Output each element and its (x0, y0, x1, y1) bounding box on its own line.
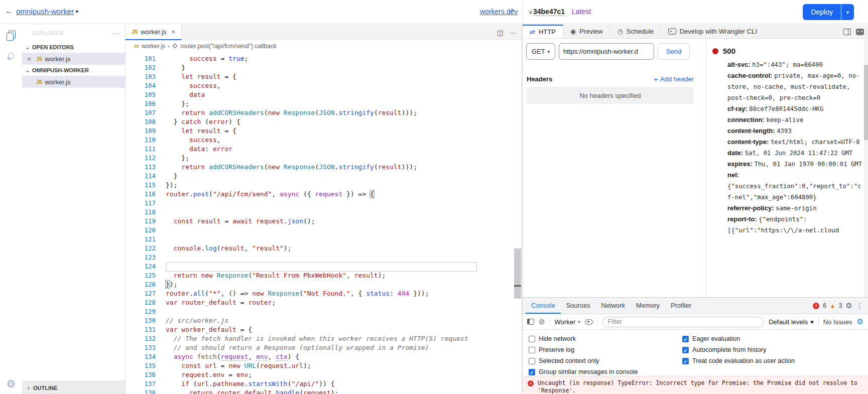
code-line[interactable]: 105 data (126, 90, 522, 99)
add-header-button[interactable]: + Add header (654, 75, 694, 83)
send-button[interactable]: Send (658, 43, 690, 60)
code-line[interactable]: 107 return addCORSHeaders(new Response(J… (126, 108, 522, 117)
deploy-button[interactable]: Deploy ▾ (803, 4, 854, 20)
console-sidebar-icon[interactable] (527, 319, 534, 325)
tab-http[interactable]: ⇄HTTP (523, 25, 563, 38)
breadcrumb-symbol[interactable]: router.post("/api/fcm/send") callback (180, 43, 276, 50)
code-line[interactable]: 133 // and should return a Response (opt… (126, 343, 522, 352)
warning-badge-icon[interactable]: ▲ (830, 303, 835, 309)
tree-item-workerjs[interactable]: JS worker.js (22, 76, 125, 88)
code-line[interactable]: 135 const url = new URL(request.url); (126, 361, 522, 370)
log-levels-dropdown[interactable]: Default levels ▾ (769, 318, 814, 326)
code-line[interactable]: 137 if (url.pathname.startsWith("/api/")… (126, 379, 522, 388)
response-scrollbar[interactable] (864, 65, 868, 140)
code-line[interactable]: 120 (126, 226, 522, 235)
checkbox-autocomplete-from-history[interactable]: ✓Autocomplete from history (682, 346, 766, 354)
checkbox-eager-evaluation[interactable]: ✓Eager evaluation (682, 335, 740, 343)
explorer-icon[interactable] (0, 25, 22, 46)
code-line[interactable]: 124 (126, 262, 522, 271)
discord-icon[interactable] (856, 29, 864, 35)
outline-section[interactable]: › OUTLINE (22, 381, 125, 394)
close-tab-icon[interactable]: × (172, 28, 176, 36)
code-line[interactable]: 127router.all("*", () => new Response("N… (126, 289, 522, 298)
code-line[interactable]: 131var worker_default = { (126, 325, 522, 334)
deploy-dropdown-caret[interactable]: ▾ (841, 4, 854, 20)
devtools-tab-console[interactable]: Console (526, 298, 561, 314)
devtools-settings-icon[interactable]: ⚙ (846, 301, 852, 310)
code-line[interactable]: 113 return addCORSHeaders(new Response(J… (126, 163, 522, 172)
code-area[interactable]: 101 success = true;102 }103 let result =… (126, 52, 522, 394)
code-line[interactable]: 130// src/worker.js (126, 316, 522, 325)
devtools-menu-icon[interactable]: ⋮ (856, 302, 863, 310)
devtools-tab-network[interactable]: Network (595, 298, 631, 314)
method-dropdown[interactable]: GET ▾ (526, 43, 555, 60)
open-editors-section[interactable]: ⌄ OPEN EDITORS (22, 42, 125, 53)
code-line[interactable]: 111 data: error (126, 145, 522, 154)
settings-gear-icon[interactable]: ⚙ (0, 375, 22, 393)
code-line[interactable]: 134 async fetch(request, env, ctx) { (126, 352, 522, 361)
checkbox-selected-context-only[interactable]: Selected context only (529, 357, 599, 365)
code-line[interactable]: 128var router_default = router; (126, 298, 522, 307)
editor-scrollbar[interactable] (514, 248, 521, 299)
more-actions-icon[interactable]: ··· (510, 29, 517, 37)
issues-counter[interactable]: No Issues (823, 318, 852, 326)
checked-checkbox-icon[interactable]: ✓ (682, 336, 689, 342)
tab-preview[interactable]: ◉Preview (563, 25, 610, 38)
close-icon[interactable]: × (25, 55, 33, 63)
code-line[interactable]: 129 (126, 307, 522, 316)
console-filter-input[interactable] (602, 317, 764, 327)
tab-develop-with-wrangler-cli[interactable]: >_Develop with Wrangler CLI (661, 25, 765, 38)
code-line[interactable]: 101 success = true; (126, 54, 522, 63)
open-editor-item-workerjs[interactable]: × JS worker.js (22, 53, 125, 65)
code-line[interactable]: 122 console.log(result, "result"); (126, 244, 522, 253)
context-selector[interactable]: Worker ▾ (555, 318, 580, 326)
checked-checkbox-icon[interactable]: ✓ (682, 347, 689, 353)
code-line[interactable]: 136 request.env = env; (126, 370, 522, 379)
tab-workerjs[interactable]: JS worker.js × (126, 25, 182, 40)
search-icon[interactable] (0, 46, 22, 67)
split-editor-icon[interactable]: ◫ (497, 29, 504, 37)
url-input[interactable] (559, 43, 654, 60)
code-line[interactable]: 106 }; (126, 99, 522, 108)
breadcrumb-file[interactable]: worker.js (142, 43, 165, 50)
workspace-section[interactable]: ⌄ OMNIPUSH-WORKER (22, 65, 125, 76)
code-line[interactable]: 115}); (126, 181, 522, 190)
worker-title-link[interactable]: omnipush-worker (16, 7, 74, 16)
code-line[interactable]: 126}); (126, 280, 522, 289)
code-line[interactable]: 114 } (126, 172, 522, 181)
code-line[interactable]: 108 } catch (error) { (126, 117, 522, 126)
console-error-row[interactable]: × Uncaught (in response) TypeError: Inco… (523, 376, 868, 394)
checkbox-treat-code-evaluation-as-user-action[interactable]: ✓Treat code evaluation as user action (682, 357, 795, 365)
devtools-tab-memory[interactable]: Memory (631, 298, 665, 314)
tab-schedule[interactable]: ◷Schedule (610, 25, 661, 38)
code-line[interactable]: 110 success, (126, 136, 522, 145)
code-line[interactable]: 119 const result = await request.json(); (126, 217, 522, 226)
code-line[interactable]: 104 success, (126, 81, 522, 90)
unchecked-checkbox-icon[interactable] (529, 336, 535, 342)
code-line[interactable]: 118 (126, 208, 522, 217)
unchecked-checkbox-icon[interactable] (529, 358, 535, 364)
code-line[interactable]: 103 let result = { (126, 72, 522, 81)
breadcrumb[interactable]: JS worker.js › router.post("/api/fcm/sen… (126, 40, 522, 52)
external-link-icon[interactable]: ↗ (509, 7, 514, 15)
code-line[interactable]: 125 return new Response("Result From Pbx… (126, 271, 522, 280)
version-id[interactable]: 34be47c1 (533, 8, 565, 16)
console-settings-icon[interactable]: ⚙ (857, 317, 863, 326)
code-line[interactable]: 109 let result = { (126, 126, 522, 136)
clear-console-icon[interactable]: ⊘ (539, 317, 545, 326)
error-badge-icon[interactable]: × (813, 303, 819, 309)
code-line[interactable]: 117 (126, 199, 522, 208)
checked-checkbox-icon[interactable]: ✓ (682, 358, 689, 364)
deploy-label[interactable]: Deploy (803, 4, 841, 20)
code-line[interactable]: 138 return router_default.handle(request… (126, 388, 522, 394)
back-arrow-icon[interactable]: ← (5, 7, 13, 16)
code-line[interactable]: 102 } (126, 63, 522, 72)
code-line[interactable]: 132 // The fetch handler is invoked when… (126, 334, 522, 343)
live-expression-eye-icon[interactable] (585, 319, 593, 325)
checkbox-hide-network[interactable]: Hide network (529, 335, 576, 343)
code-line[interactable]: 116router.post("/api/fcm/send", async ({… (126, 190, 522, 199)
checkbox-preserve-log[interactable]: Preserve log (529, 346, 574, 354)
devtools-tab-profiler[interactable]: Profiler (665, 298, 697, 314)
code-line[interactable]: 121 (126, 235, 522, 244)
code-line[interactable]: 123 (126, 253, 522, 262)
